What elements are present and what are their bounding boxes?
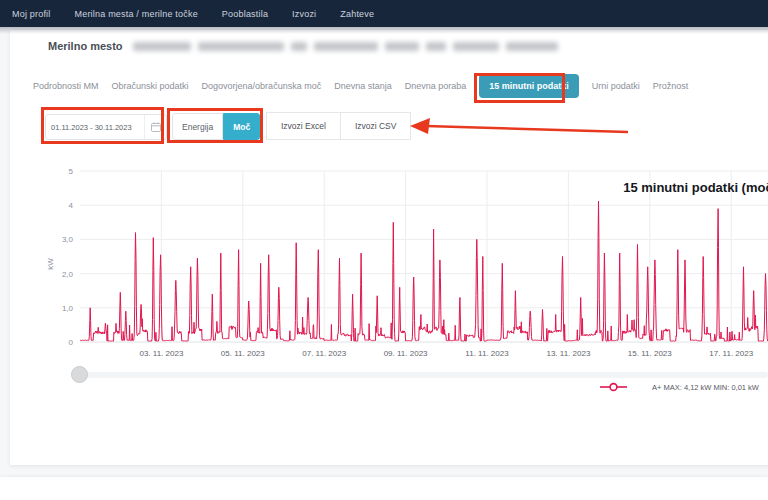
- legend-marker-icon: [600, 382, 627, 392]
- svg-text:13. 11. 2023: 13. 11. 2023: [546, 349, 590, 358]
- chart-range-slider[interactable]: [71, 366, 88, 383]
- svg-text:5: 5: [69, 167, 74, 176]
- tab-dnevna-stanja[interactable]: Dnevna stanja: [334, 74, 392, 98]
- unit-toggle: EnergijaMoč: [172, 113, 260, 140]
- tab-obra-unski-podatki[interactable]: Obračunski podatki: [112, 74, 189, 98]
- redacted-text: [133, 42, 558, 51]
- tab-dogovorjena-obra-unska-mo[interactable]: Dogovorjena/obračunska moč: [202, 74, 322, 98]
- tab-15-minutni-podatki[interactable]: 15 minutni podatki: [479, 74, 579, 98]
- svg-text:09. 11. 2023: 09. 11. 2023: [384, 349, 428, 358]
- svg-text:11. 11. 2023: 11. 11. 2023: [465, 349, 509, 358]
- chart-range-track[interactable]: [80, 372, 768, 378]
- tab-pro-nost[interactable]: Prožnost: [653, 74, 689, 98]
- button-izvozi-csv[interactable]: Izvozi CSV: [341, 112, 412, 140]
- svg-text:1,0: 1,0: [62, 304, 74, 313]
- date-range-value: 01.11.2023 - 30.11.2023: [46, 115, 144, 139]
- toggle-mo[interactable]: Moč: [223, 113, 260, 140]
- svg-text:17. 11. 2023: 17. 11. 2023: [709, 349, 753, 358]
- content-card: Merilno mesto Podrobnosti MMObračunski p…: [10, 30, 768, 465]
- svg-text:3,0: 3,0: [62, 235, 74, 244]
- nav-item-zahteve[interactable]: Zahteve: [340, 9, 374, 19]
- svg-text:4: 4: [69, 201, 74, 210]
- svg-text:kW: kW: [46, 258, 55, 270]
- export-buttons: Izvozi ExcelIzvozi CSV: [266, 112, 411, 140]
- tab-dnevna-poraba[interactable]: Dnevna poraba: [405, 74, 467, 98]
- svg-text:0: 0: [69, 338, 74, 347]
- tab-urni-podatki[interactable]: Urni podatki: [592, 74, 640, 98]
- toggle-energija[interactable]: Energija: [172, 113, 223, 140]
- tab-bar: Podrobnosti MMObračunski podatkiDogovorj…: [33, 74, 688, 98]
- top-navbar: Moj profilMerilna mesta / merilne točkeP…: [0, 0, 768, 27]
- page-title: Merilno mesto: [48, 40, 123, 52]
- chart-title: 15 minutni podatki (moč): [623, 180, 768, 195]
- svg-text:05. 11. 2023: 05. 11. 2023: [221, 349, 265, 358]
- svg-text:15. 11. 2023: 15. 11. 2023: [628, 349, 672, 358]
- nav-item-moj-profil[interactable]: Moj profil: [12, 9, 51, 19]
- chart-legend[interactable]: A+ MAX: 4,12 kW MIN: 0,01 kW: [600, 382, 759, 392]
- nav-item-merilna-mesta-merilne-to-ke[interactable]: Merilna mesta / merilne točke: [75, 9, 198, 19]
- svg-text:03. 11. 2023: 03. 11. 2023: [139, 349, 183, 358]
- nav-item-pooblastila[interactable]: Pooblastila: [222, 9, 268, 19]
- nav-item-izvozi[interactable]: Izvozi: [292, 9, 316, 19]
- tab-podrobnosti-mm[interactable]: Podrobnosti MM: [33, 74, 99, 98]
- svg-text:07. 11. 2023: 07. 11. 2023: [302, 349, 346, 358]
- page-footer: [0, 477, 768, 500]
- svg-text:2,0: 2,0: [62, 270, 74, 279]
- date-range-picker[interactable]: 01.11.2023 - 30.11.2023: [45, 114, 167, 140]
- power-line-chart: 01,02,03,04503. 11. 202305. 11. 202307. …: [40, 166, 768, 366]
- button-izvozi-excel[interactable]: Izvozi Excel: [266, 112, 341, 140]
- legend-label: A+ MAX: 4,12 kW MIN: 0,01 kW: [652, 383, 759, 392]
- calendar-icon[interactable]: [144, 115, 166, 139]
- measuring-point-header: Merilno mesto: [48, 40, 558, 52]
